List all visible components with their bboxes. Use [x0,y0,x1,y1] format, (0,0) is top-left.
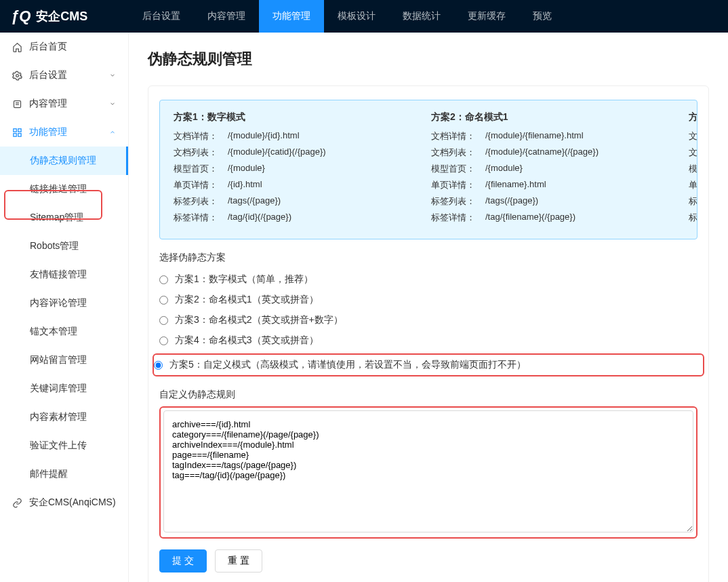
radio-input-4[interactable] [154,361,163,370]
brand-text: 安企CMS [36,8,87,24]
radio-input-3[interactable] [159,336,168,345]
gear-icon [12,71,22,81]
sidebar-sub-11[interactable]: 邮件提醒 [0,460,128,488]
scheme-line: 模型首页：/{module} [431,163,648,175]
topnav-item-5[interactable]: 更新缓存 [454,0,519,33]
scheme-line: 标签列表：/tags(/{page}) [174,195,390,208]
scheme-line: 文档详情：/{module}/{filename}.html [431,130,648,142]
sidebar-section-2[interactable]: 内容管理 [0,90,128,118]
svg-rect-6 [14,133,16,136]
schemes-panel: 方案1：数字模式文档详情：/{module}/{id}.html文档列表：/{m… [159,100,697,239]
sidebar-sub-3[interactable]: Robots管理 [0,232,128,260]
svg-rect-4 [14,128,16,131]
card: 方案1：数字模式文档详情：/{module}/{id}.html文档列表：/{m… [148,85,709,582]
radio-option-4[interactable]: 方案5：自定义模式（高级模式，请谨慎使用，若设置不当，会导致前端页面打不开） [153,353,704,376]
sidebar-sub-8[interactable]: 关键词库管理 [0,374,128,403]
chevron-up-icon [109,129,116,136]
scheme-line: 标签详情：/tag/{filename}(/{page}) [431,212,648,224]
sidebar-sub-1[interactable]: 链接推送管理 [0,175,128,203]
scheme-line: 文档列表：/{module}/{catname}(/{page}) [431,147,648,159]
sidebar-footer-link[interactable]: 安企CMS(AnqiCMS) [0,488,128,517]
sidebar-sub-0[interactable]: 伪静态规则管理 [0,147,128,175]
scheme-1: 方案2：命名模式1文档详情：/{module}/{filename}.html文… [431,111,648,228]
scheme-title: 方案1：数字模式 [174,111,390,123]
scheme-line: 标签列表：/tags(/{page}) [431,195,648,208]
sidebar-sub-2[interactable]: Sitemap管理 [0,203,128,232]
page-title: 伪静态规则管理 [148,49,709,69]
scheme-0: 方案1：数字模式文档详情：/{module}/{id}.html文档列表：/{m… [174,111,390,228]
topnav-item-2[interactable]: 功能管理 [259,0,324,33]
sidebar: 后台首页后台设置内容管理功能管理 伪静态规则管理链接推送管理Sitemap管理R… [0,33,129,582]
sidebar-section-1[interactable]: 后台设置 [0,61,128,90]
radio-option-3[interactable]: 方案4：命名模式3（英文或拼音） [159,330,697,351]
sidebar-sub-7[interactable]: 网站留言管理 [0,346,128,374]
svg-rect-5 [18,128,21,131]
svg-point-0 [16,74,19,77]
link-icon [12,498,22,508]
topnav-item-4[interactable]: 数据统计 [389,0,454,33]
scheme-title: 方 [689,111,697,123]
scheme-line: 单 [689,179,697,191]
select-scheme-label: 选择伪静态方案 [159,252,697,264]
topbar: ƒQ 安企CMS 后台设置内容管理功能管理模板设计数据统计更新缓存预览 [0,0,728,33]
chevron-down-icon [109,100,116,107]
topnav-item-1[interactable]: 内容管理 [194,0,259,33]
scheme-title: 方案2：命名模式1 [431,111,648,123]
scheme-line: 文 [689,147,697,159]
sidebar-sub-6[interactable]: 锚文本管理 [0,317,128,346]
radio-input-0[interactable] [159,275,168,284]
scheme-line: 模型首页：/{module} [174,163,390,175]
content-icon [12,99,22,109]
sidebar-sub-4[interactable]: 友情链接管理 [0,260,128,289]
home-icon [12,42,22,52]
topnav-item-3[interactable]: 模板设计 [324,0,389,33]
scheme-2: 方文文模单标标 [689,111,697,228]
scheme-line: 标 [689,212,697,224]
scheme-line: 标签详情：/tag/{id}(/{page}) [174,212,390,224]
custom-rules-textarea[interactable] [163,410,693,532]
topnav-item-6[interactable]: 预览 [519,0,565,33]
scheme-line: 文档列表：/{module}/{catid}(/{page}) [174,147,390,159]
sidebar-section-3[interactable]: 功能管理 [0,118,128,147]
radio-group: 方案1：数字模式（简单，推荐）方案2：命名模式1（英文或拼音）方案3：命名模式2… [159,269,697,376]
chevron-down-icon [109,72,116,79]
scheme-line: 单页详情：/{id}.html [174,179,390,191]
submit-button[interactable]: 提 交 [159,549,207,573]
logo[interactable]: ƒQ 安企CMS [0,7,129,25]
scheme-line: 模 [689,163,697,175]
radio-option-0[interactable]: 方案1：数字模式（简单，推荐） [159,269,697,290]
radio-input-1[interactable] [159,296,168,305]
scheme-line: 单页详情：/{filename}.html [431,179,648,191]
sidebar-section-0[interactable]: 后台首页 [0,33,128,61]
footer-link-text: 安企CMS(AnqiCMS) [29,497,116,509]
svg-rect-7 [18,133,21,136]
sidebar-sub-10[interactable]: 验证文件上传 [0,431,128,460]
scheme-line: 文 [689,130,697,142]
radio-option-1[interactable]: 方案2：命名模式1（英文或拼音） [159,290,697,310]
scheme-line: 标 [689,195,697,208]
radio-option-2[interactable]: 方案3：命名模式2（英文或拼音+数字） [159,310,697,330]
topnav-item-0[interactable]: 后台设置 [129,0,194,33]
sidebar-sub-9[interactable]: 内容素材管理 [0,403,128,431]
annotation-highlight [159,406,697,539]
scheme-line: 文档详情：/{module}/{id}.html [174,130,390,142]
reset-button[interactable]: 重 置 [215,549,262,573]
topnav: 后台设置内容管理功能管理模板设计数据统计更新缓存预览 [129,0,565,33]
custom-rules-label: 自定义伪静态规则 [159,389,697,401]
main-content: 伪静态规则管理 方案1：数字模式文档详情：/{module}/{id}.html… [129,33,728,582]
logo-icon: ƒQ [11,7,31,25]
sidebar-sub-5[interactable]: 内容评论管理 [0,289,128,317]
grid-icon [12,128,22,138]
radio-input-2[interactable] [159,316,168,325]
